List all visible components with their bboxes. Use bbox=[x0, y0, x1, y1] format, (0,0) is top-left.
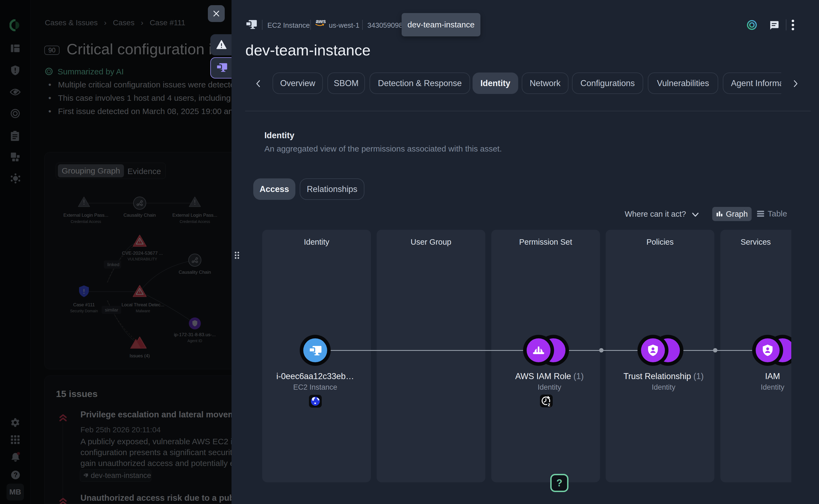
svg-text:aws: aws bbox=[316, 18, 325, 24]
svg-text:z: z bbox=[548, 402, 550, 407]
